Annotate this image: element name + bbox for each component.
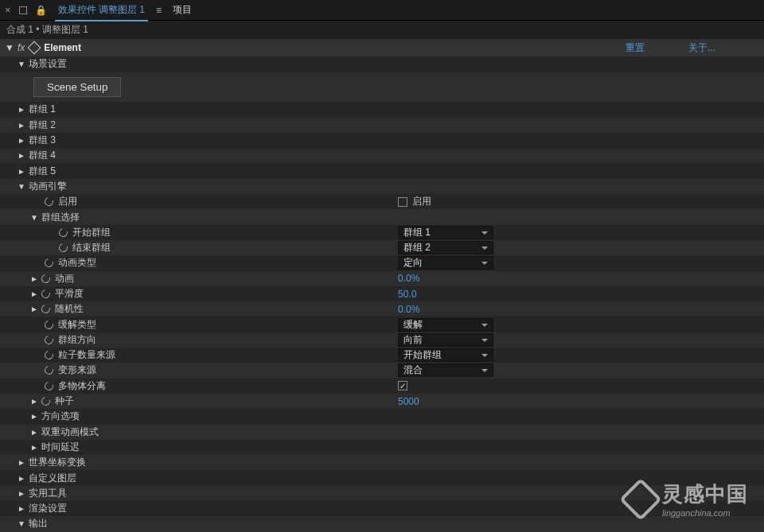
row-animation-engine[interactable]: ▼动画引擎	[0, 179, 764, 194]
effect-twirl-icon[interactable]: ▼	[5, 42, 14, 53]
stopwatch-icon[interactable]	[40, 288, 52, 300]
twirl-down-icon[interactable]: ▼	[18, 60, 25, 68]
twirl-right-icon[interactable]: ►	[18, 105, 25, 114]
row-ease-type: 缓解类型 缓解	[0, 316, 764, 332]
twirl-right-icon[interactable]: ►	[30, 289, 38, 298]
twirl-right-icon[interactable]: ►	[18, 121, 25, 130]
panel-tab-bar: × 🔒 效果控件 调整图层 1 ≡ 项目	[0, 0, 764, 21]
effect-header: ▼ fx Element 重置 关于...	[0, 39, 764, 56]
animation-value[interactable]: 0.0%	[398, 273, 419, 284]
ease-type-select[interactable]: 缓解	[398, 318, 493, 332]
row-group-2[interactable]: ►群组 2	[0, 118, 764, 133]
twirl-right-icon[interactable]: ►	[18, 504, 25, 513]
stopwatch-icon[interactable]	[43, 257, 55, 269]
end-group-select[interactable]: 群组 2	[398, 241, 493, 254]
group-direction-select[interactable]: 向前	[398, 333, 493, 347]
twirl-right-icon[interactable]: ►	[18, 474, 25, 483]
row-deform-source: 变形来源 混合	[0, 363, 764, 378]
stopwatch-icon[interactable]	[40, 395, 52, 407]
row-randomness: ►随机性 0.0%	[0, 301, 764, 316]
particle-count-select[interactable]: 开始群组	[398, 348, 493, 362]
about-link[interactable]: 关于...	[688, 41, 715, 55]
row-scene-setup: Scene Setup	[0, 72, 764, 102]
element-cube-icon	[28, 41, 41, 55]
twirl-right-icon[interactable]: ►	[30, 397, 38, 406]
twirl-right-icon[interactable]: ►	[18, 458, 25, 467]
stopwatch-icon[interactable]	[43, 364, 55, 376]
stopwatch-icon[interactable]	[43, 319, 55, 331]
tab-menu-icon[interactable]: ≡	[156, 5, 162, 16]
anim-type-select[interactable]: 定向	[398, 256, 493, 270]
randomness-value[interactable]: 0.0%	[398, 304, 419, 315]
twirl-right-icon[interactable]: ►	[18, 136, 25, 145]
row-world-transform[interactable]: ►世界坐标变换	[0, 455, 764, 470]
scene-setup-button[interactable]: Scene Setup	[33, 77, 121, 97]
panel-square-icon[interactable]	[19, 6, 27, 14]
smoothness-value[interactable]: 50.0	[398, 289, 416, 300]
row-time-delay[interactable]: ►时间延迟	[0, 440, 764, 455]
reset-link[interactable]: 重置	[626, 41, 645, 55]
row-multi-separate: 多物体分离 ✓	[0, 379, 764, 394]
row-utilities[interactable]: ►实用工具	[0, 486, 764, 501]
properties-tree: ▼场景设置 Scene Setup ►群组 1 ►群组 2 ►群组 3 ►群组 …	[0, 56, 764, 532]
row-group-3[interactable]: ►群组 3	[0, 133, 764, 148]
effect-name: Element	[44, 42, 81, 53]
multi-separate-checkbox[interactable]: ✓	[398, 381, 407, 390]
twirl-right-icon[interactable]: ►	[30, 274, 38, 283]
row-seed: ►种子 5000	[0, 394, 764, 409]
stopwatch-icon[interactable]	[43, 380, 55, 392]
enable-checkbox-label: 启用	[412, 195, 431, 208]
breadcrumb: 合成 1 • 调整图层 1	[0, 21, 764, 39]
row-group-select[interactable]: ▼群组选择	[0, 209, 764, 224]
stopwatch-icon[interactable]	[40, 273, 52, 285]
row-scene-settings[interactable]: ▼场景设置	[0, 56, 764, 72]
lock-icon[interactable]: 🔒	[35, 5, 47, 16]
row-output[interactable]: ▼输出	[0, 516, 764, 531]
fx-badge[interactable]: fx	[18, 42, 25, 53]
twirl-down-icon[interactable]: ▼	[18, 519, 25, 528]
twirl-right-icon[interactable]: ►	[18, 489, 25, 498]
row-custom-layers[interactable]: ►自定义图层	[0, 470, 764, 485]
row-end-group: 结束群组 群组 2	[0, 240, 764, 255]
row-group-1[interactable]: ►群组 1	[0, 102, 764, 117]
row-enable: 启用 启用	[0, 194, 764, 209]
row-start-group: 开始群组 群组 1	[0, 225, 764, 240]
twirl-right-icon[interactable]: ►	[30, 428, 38, 437]
stopwatch-icon[interactable]	[43, 334, 55, 346]
row-dual-anim-mode[interactable]: ►双重动画模式	[0, 425, 764, 440]
row-direction-options[interactable]: ►方向选项	[0, 409, 764, 424]
row-particle-count-source: 粒子数量来源 开始群组	[0, 348, 764, 363]
start-group-select[interactable]: 群组 1	[398, 226, 493, 239]
stopwatch-icon[interactable]	[43, 349, 55, 361]
row-smoothness: ►平滑度 50.0	[0, 286, 764, 301]
stopwatch-icon[interactable]	[43, 196, 55, 208]
row-animation: ►动画 0.0%	[0, 271, 764, 286]
twirl-right-icon[interactable]: ►	[30, 412, 38, 421]
twirl-right-icon[interactable]: ►	[18, 151, 25, 160]
row-render-settings[interactable]: ►渲染设置	[0, 501, 764, 516]
stopwatch-icon[interactable]	[57, 227, 69, 239]
row-anim-type: 动画类型 定向	[0, 255, 764, 270]
close-icon[interactable]: ×	[5, 4, 11, 16]
enable-checkbox[interactable]	[398, 197, 407, 207]
twirl-right-icon[interactable]: ►	[30, 443, 38, 452]
row-group-direction: 群组方向 向前	[0, 332, 764, 348]
seed-value[interactable]: 5000	[398, 396, 419, 407]
twirl-right-icon[interactable]: ►	[30, 305, 38, 313]
tab-effect-controls[interactable]: 效果控件 调整图层 1	[55, 3, 148, 21]
row-group-5[interactable]: ►群组 5	[0, 163, 764, 178]
twirl-right-icon[interactable]: ►	[18, 167, 25, 176]
twirl-down-icon[interactable]: ▼	[18, 182, 25, 191]
deform-source-select[interactable]: 混合	[398, 363, 493, 377]
tab-project[interactable]: 项目	[170, 3, 195, 17]
twirl-down-icon[interactable]: ▼	[30, 213, 38, 222]
row-group-4[interactable]: ►群组 4	[0, 148, 764, 163]
stopwatch-icon[interactable]	[57, 242, 69, 254]
stopwatch-icon[interactable]	[40, 303, 52, 315]
